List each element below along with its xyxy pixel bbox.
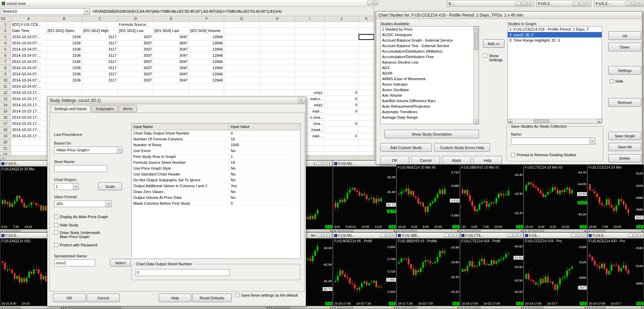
spreadsheet-cell[interactable]: 3047 <box>153 46 189 53</box>
chart-scrollbar[interactable]: ◀▶ <box>333 306 396 309</box>
spreadsheet-cell[interactable]: only): <box>295 90 325 96</box>
spreadsheet-cell[interactable]: 12846 <box>189 77 224 84</box>
minimize-icon[interactable]: – <box>317 161 321 166</box>
scroll-down-icon[interactable]: ▼ <box>474 119 479 124</box>
spreadsheet-cell[interactable]: 3106 <box>46 59 82 65</box>
spreadsheet-cell[interactable]: 3106 <box>46 71 82 77</box>
spreadsheet-cell[interactable]: 3117 <box>82 46 118 53</box>
table-row[interactable]: Formula Source Sheet Number19 <box>132 160 300 166</box>
spreadsheet-cell[interactable]: 3037 <box>118 71 153 77</box>
spreadsheet-cell[interactable] <box>325 65 359 71</box>
row-header[interactable]: 17 <box>0 121 11 127</box>
scroll-right-icon[interactable]: ▶ <box>520 306 523 309</box>
spreadsheet-cell[interactable] <box>260 34 295 40</box>
chart-scrollbar[interactable]: ◀▶ <box>524 229 587 232</box>
scroll-left-icon[interactable]: ◀ <box>397 230 400 232</box>
scroll-left-icon[interactable]: ◀ <box>270 306 273 309</box>
price-scale[interactable]: -3160-3120-30803047 <box>574 238 587 300</box>
price-scale[interactable]: -16.40-16.30-16.20 <box>510 165 523 223</box>
spreadsheet-cell[interactable] <box>189 84 224 90</box>
spreadsheet-cell[interactable] <box>46 84 82 90</box>
checkbox-box[interactable] <box>483 54 487 58</box>
select-button[interactable]: Select <box>110 259 131 267</box>
spreadsheet-cell[interactable] <box>260 65 295 71</box>
spreadsheet-cell[interactable]: 3106 <box>46 77 82 84</box>
spreadsheet-cell[interactable] <box>224 90 260 96</box>
maximize-icon[interactable]: ▢ <box>513 233 517 237</box>
study-list-item[interactable]: Automatic Trendlines <box>381 109 479 115</box>
spreadsheet-cell[interactable] <box>325 22 359 28</box>
spreadsheet-cell[interactable] <box>295 28 325 34</box>
scroll-left-icon[interactable]: ◀ <box>333 230 336 232</box>
study-list-item[interactable]: Aroon Indicator <box>381 82 479 87</box>
spreadsheet-cell[interactable]: 2014-10-23 17:... <box>11 115 46 121</box>
custom-study-errors-help-button[interactable]: Custom Study Errors Help <box>434 143 490 152</box>
spreadsheet-cell[interactable] <box>224 22 260 28</box>
spreadsheet-cell[interactable] <box>325 71 359 77</box>
minimize-icon[interactable]: – <box>444 233 449 237</box>
input-value-cell[interactable]: 1000 <box>229 142 241 148</box>
spreadsheet-cell[interactable] <box>295 46 325 53</box>
input-value-cell[interactable]: 0 <box>229 201 234 206</box>
study-list-item[interactable]: ADXR <box>381 71 479 76</box>
spreadsheet-cell[interactable]: 3117 <box>82 40 118 46</box>
delete-button[interactable]: Delete <box>608 154 641 162</box>
study-list-item[interactable]: Average Daily Range <box>381 115 479 120</box>
study-list-item[interactable]: AC/DC Histogram <box>381 32 479 38</box>
scroll-left-icon[interactable]: ◀ <box>524 230 527 232</box>
spreadsheet-cell[interactable]: 12846 <box>189 71 224 77</box>
price-scale[interactable]: -3.800-3.760-3.7203.692-3.640 <box>383 238 396 300</box>
input-value-cell[interactable]: No <box>229 171 237 177</box>
minimize-icon[interactable]: – <box>628 233 633 237</box>
scroll-left-icon[interactable]: ◀ <box>524 306 527 309</box>
show-settings-checkbox[interactable]: Show Settings <box>483 54 504 62</box>
spreadsheet-cell[interactable] <box>224 28 260 34</box>
up-button[interactable]: Up <box>608 31 641 40</box>
row-header[interactable]: 16 <box>0 115 11 121</box>
spreadsheet-cell[interactable] <box>325 59 359 65</box>
minimize-icon[interactable]: – <box>573 1 578 6</box>
spreadsheet-cell[interactable]: [ID1.SG5] Volume <box>189 28 224 34</box>
spreadsheet-cell[interactable]: 2014-10-23 17:... <box>11 127 46 133</box>
spreadsheet-name-input[interactable]: coco2 <box>54 259 95 266</box>
spreadsheet-cell[interactable]: 12846 <box>189 53 224 59</box>
show-study-description-button[interactable]: Show Study Description <box>384 130 479 138</box>
chart-titlebar[interactable]: F.US.CTE...–▢✕ <box>460 233 523 238</box>
spreadsheet-cell[interactable] <box>260 90 295 96</box>
spreadsheet-cell[interactable] <box>224 84 260 90</box>
chart-titlebar[interactable]: F.US....–▢✕ <box>524 233 587 238</box>
spreadsheet-cell[interactable]: 0 <box>325 90 359 96</box>
row-header[interactable]: 19 <box>0 133 11 139</box>
spreadsheet-cell[interactable]: 3117 <box>82 71 118 77</box>
scroll-right-icon[interactable]: ▶ <box>60 306 63 309</box>
scroll-left-icon[interactable]: ◀ <box>508 119 512 123</box>
chart-titlebar[interactable]: F.US.K...–▢✕ <box>588 233 644 238</box>
scroll-up-icon[interactable]: ▲ <box>474 26 479 31</box>
spreadsheet-cell[interactable]: 3117 <box>82 59 118 65</box>
chart-scrollbar[interactable]: ◀▶ <box>397 306 460 309</box>
graph-study-item[interactable]: 3: Time Range Highlight. ID: 3 <box>508 38 602 43</box>
spreadsheet-cell[interactable]: 2014-10-23 17:... <box>11 121 46 127</box>
row-header[interactable]: 2 <box>0 28 11 34</box>
spreadsheet-cell[interactable] <box>224 40 260 46</box>
spreadsheet-cell[interactable] <box>359 65 374 71</box>
input-value-cell[interactable]: No <box>229 177 237 183</box>
scroll-right-icon[interactable]: ▶ <box>597 119 602 123</box>
scroll-right-icon[interactable]: ▶ <box>641 230 644 232</box>
chart-scrollbar[interactable]: ◀▶ <box>270 306 332 309</box>
apply-button[interactable]: Apply <box>442 156 471 164</box>
sheet-selector[interactable]: Sheet19 ▼ <box>1 8 90 15</box>
column-header-E[interactable]: E <box>153 16 189 22</box>
spreadsheet-cell[interactable] <box>260 71 295 77</box>
spreadsheet-cell[interactable] <box>153 84 189 90</box>
price-scale[interactable]: -64.5063.80-63.50-62.50-62.00 <box>510 238 523 300</box>
spreadsheet-cell[interactable]: 12846 <box>189 65 224 71</box>
chart-window-m5[interactable]: F.US.SBEH15 10 Min #2-16.40-16.30-16.20:… <box>460 164 524 232</box>
close-icon[interactable]: ✕ <box>327 233 332 237</box>
save-single-button[interactable]: Save Single <box>608 132 641 140</box>
background-window-titlebar[interactable]: E... – ▢ ✕ <box>447 0 534 7</box>
chart-scrollbar[interactable]: ◀▶ <box>524 306 587 309</box>
spreadsheet-cell[interactable]: 0 <box>325 133 359 139</box>
table-row[interactable]: Number of Rows1000 <box>132 142 300 148</box>
input-value-cell[interactable]: Yes <box>229 183 239 189</box>
